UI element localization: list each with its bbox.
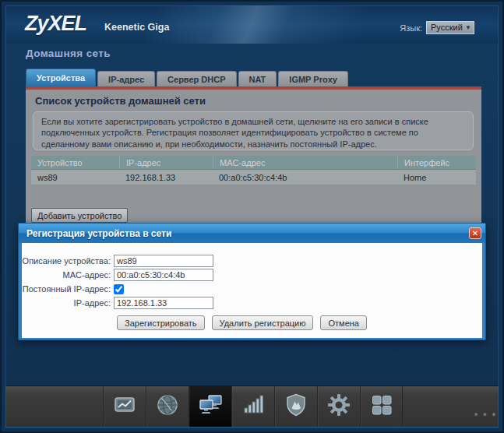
delete-registration-button[interactable]: Удалить регистрацию: [212, 315, 314, 330]
info-box: Если вы хотите зарегистрировать устройст…: [33, 111, 474, 150]
tab-nat[interactable]: NAT: [238, 71, 277, 86]
four-squares-icon: [368, 392, 395, 421]
cell-ip-address: 192.168.1.33: [119, 170, 213, 185]
tab-ip-address[interactable]: IP-адрес: [97, 71, 155, 86]
globe-icon: [154, 392, 181, 421]
col-header-ip: IP-адрес: [119, 156, 213, 169]
nav-system-monitor[interactable]: [103, 386, 146, 427]
language-select-value: Русский: [431, 23, 463, 32]
gear-icon: [326, 392, 352, 421]
cell-device-name: ws89: [31, 170, 119, 185]
nav-wifi[interactable]: [231, 386, 274, 427]
bottom-strip: [0, 427, 504, 433]
shield-icon: [283, 392, 309, 421]
language-label: Язык:: [400, 23, 422, 33]
nav-home-network[interactable]: [189, 386, 231, 427]
header: ZyXEL Keenetic Giga Язык: Русский ▼: [2, 2, 502, 44]
language-select[interactable]: Русский ▼: [426, 21, 474, 34]
watermark: * * *: [474, 411, 497, 421]
router-admin-page: ZyXEL Keenetic Giga Язык: Русский ▼ Дома…: [0, 0, 504, 433]
signal-bars-icon: [240, 392, 266, 421]
nav-security[interactable]: [274, 386, 317, 427]
dialog-body: Описание устройства: MAC-адрес: Постоянн…: [22, 243, 482, 338]
device-registration-dialog: Регистрация устройства в сети ✕ Описание…: [18, 223, 486, 340]
ip-address-label: IP-адрес:: [22, 298, 114, 308]
dialog-button-row: Зарегистрировать Удалить регистрацию Отм…: [117, 315, 482, 330]
mac-address-field[interactable]: [114, 269, 213, 281]
chevron-down-icon: ▼: [465, 24, 471, 31]
device-description-label: Описание устройства:: [22, 256, 114, 266]
tab-dhcp-server[interactable]: Сервер DHCP: [157, 71, 236, 86]
col-header-device: Устройство: [31, 156, 119, 169]
nav-applications[interactable]: [360, 386, 403, 427]
close-icon[interactable]: ✕: [469, 227, 481, 239]
col-header-mac: MAC-адрес: [213, 156, 397, 169]
device-list-panel: Список устройств домашней сети Если вы х…: [26, 90, 481, 234]
col-header-interface: Интерфейс: [397, 156, 476, 169]
zyxel-logo: ZyXEL: [25, 12, 86, 36]
cancel-button[interactable]: Отмена: [320, 315, 366, 330]
permanent-ip-checkbox[interactable]: [114, 284, 124, 294]
table-row[interactable]: ws89 192.168.1.33 00:a0:c5:30:c4:4b Home: [31, 170, 476, 185]
page-title: Домашняя сеть: [26, 48, 111, 59]
cell-interface: Home: [397, 170, 476, 185]
dialog-title: Регистрация устройства в сети: [19, 224, 485, 243]
mac-address-label: MAC-адрес:: [22, 270, 114, 280]
tab-igmp-proxy[interactable]: IGMP Proxy: [278, 71, 348, 86]
device-description-field[interactable]: [114, 255, 213, 267]
permanent-ip-label: Постоянный IP-адрес:: [22, 284, 114, 294]
home-network-icon: [196, 392, 224, 421]
device-model-label: Keenetic Giga: [104, 22, 169, 33]
bottom-nav-toolbar: * * *: [0, 385, 504, 427]
add-device-button[interactable]: Добавить устройство: [31, 208, 128, 223]
table-header-row: Устройство IP-адрес MAC-адрес Интерфейс: [31, 156, 476, 170]
ip-address-field[interactable]: [114, 297, 213, 309]
tab-devices[interactable]: Устройства: [26, 69, 96, 86]
system-monitor-icon: [111, 392, 138, 421]
panel-heading: Список устройств домашней сети: [35, 95, 206, 107]
nav-internet[interactable]: [146, 386, 189, 427]
tab-bar: Устройства IP-адрес Сервер DHCP NAT IGMP…: [26, 69, 348, 86]
cell-mac-address: 00:a0:c5:30:c4:4b: [213, 170, 397, 185]
devices-table: Устройство IP-адрес MAC-адрес Интерфейс …: [31, 156, 476, 185]
register-button[interactable]: Зарегистрировать: [117, 315, 205, 330]
language-selector-group: Язык: Русский ▼: [400, 21, 474, 34]
nav-settings[interactable]: [317, 386, 360, 427]
